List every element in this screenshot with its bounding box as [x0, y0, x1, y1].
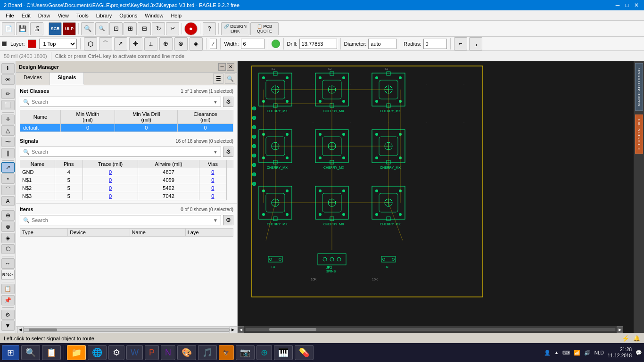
grid-toggle-icon[interactable] [2, 41, 7, 46]
stop-button[interactable]: ● [184, 22, 198, 35]
dm-zoom-button[interactable]: 🔍 [225, 74, 235, 84]
radius-input[interactable] [423, 39, 447, 49]
menu-options[interactable]: Options [116, 12, 141, 19]
print-button[interactable]: 🖨 [30, 22, 43, 35]
fan-tool[interactable]: ⋆ [1, 173, 15, 184]
layer-select[interactable]: 1 Top [39, 39, 77, 49]
sig-trace-gnd[interactable]: 0 [83, 168, 138, 176]
tab-devices[interactable]: Devices [16, 73, 50, 85]
sig-trace-n2[interactable]: 0 [83, 184, 138, 192]
via-tool[interactable]: ⊗ [1, 222, 15, 232]
spotify-button[interactable]: 🎵 [198, 345, 217, 360]
items-search-arrow[interactable]: ▼ [213, 218, 218, 223]
mirror-button[interactable]: ✂ [166, 22, 179, 35]
zoom-area-button[interactable]: ⊞ [124, 22, 137, 35]
dm-filter-button[interactable]: ☰ [213, 74, 223, 84]
ulp-button[interactable]: ULP [63, 22, 76, 35]
new-button[interactable]: 📄 [2, 22, 15, 35]
canvas-h-scroll[interactable]: ◀ ▶ [238, 326, 623, 333]
select-tool[interactable]: ⬜ [1, 100, 15, 110]
zoom-in-button[interactable]: 🔍 [81, 22, 94, 35]
settings-button[interactable]: ⚙ [108, 345, 124, 360]
script-button[interactable]: SCR [49, 22, 62, 35]
sig-trace-n1[interactable]: 0 [83, 176, 138, 184]
search-button[interactable]: 🔍 [21, 345, 40, 360]
info-tool[interactable]: ℹ [1, 63, 15, 74]
chrome-button[interactable]: 🌐 [88, 345, 107, 360]
menu-library[interactable]: Library [92, 12, 116, 19]
maximize-button[interactable]: □ [623, 1, 631, 9]
powerpoint-button[interactable]: P [145, 345, 159, 360]
start-button[interactable]: ⊞ [2, 345, 19, 360]
move-tool[interactable]: ✛ [1, 115, 15, 125]
wire-tool-7[interactable]: ⊗ [174, 37, 188, 50]
paint-button[interactable]: 🎨 [177, 345, 196, 360]
arduino-button[interactable]: ⊕ [256, 345, 272, 360]
rotate-button[interactable]: ↻ [152, 22, 165, 35]
zoom-out-button[interactable]: 🔍 [95, 22, 108, 35]
save-button[interactable]: 💾 [16, 22, 29, 35]
eagle-button[interactable]: 🦅 [219, 345, 234, 360]
dimension-tool[interactable]: ↔ [1, 258, 15, 269]
notification-icon[interactable]: 💬 [636, 350, 642, 356]
tab-signals[interactable]: Signals [50, 73, 84, 85]
pharma-button[interactable]: 💊 [295, 345, 314, 360]
keyboard-icon[interactable]: ⌨ [562, 350, 570, 356]
bus-tool[interactable]: ∥ [1, 148, 15, 158]
manufacturing-panel-tab[interactable]: MANUFACTURING [635, 63, 643, 111]
signals-settings-btn[interactable]: ⚙ [223, 147, 233, 157]
signals-search-arrow[interactable]: ▼ [213, 149, 218, 155]
table-row[interactable]: N$3 5 0 7042 0 [20, 192, 233, 200]
table-row[interactable]: GND 4 0 4807 0 [20, 168, 233, 176]
polygon-tool[interactable]: ⬡ [1, 244, 15, 255]
wire-tool-3[interactable]: ↗ [114, 37, 127, 50]
wire-route-tool[interactable]: 〜 [1, 137, 15, 147]
paste-tool[interactable]: 📌 [1, 295, 15, 305]
display-tool[interactable]: 👁 [1, 74, 15, 85]
signals-search-input[interactable] [32, 149, 213, 155]
arc-tool[interactable]: ⌒ [1, 185, 15, 195]
wire-tool-2[interactable]: ⌒ [99, 37, 112, 50]
dm-minimize[interactable]: ─ [218, 63, 226, 71]
network-icon[interactable]: 📶 [574, 350, 580, 356]
zoom-fit-button[interactable]: ⊡ [109, 22, 123, 35]
close-button[interactable]: ✕ [633, 1, 640, 9]
net-classes-search-input[interactable] [32, 99, 213, 105]
sig-vias-n3[interactable]: 0 [199, 192, 226, 200]
sig-trace-n3[interactable]: 0 [83, 192, 138, 200]
pcb-quote-button[interactable]: 📋 PCBQUOTE [250, 22, 279, 35]
pad-tool[interactable]: ◈ [1, 233, 15, 243]
help-button[interactable]: ? [203, 22, 216, 35]
menu-help[interactable]: Help [167, 12, 185, 19]
fusion360-panel-tab[interactable]: F FUSION 360 [635, 115, 643, 154]
pencil-tool[interactable]: ✏ [1, 89, 15, 99]
up-arrow-icon[interactable]: ▲ [554, 350, 559, 355]
dm-close[interactable]: ✕ [227, 63, 234, 71]
wire-tool-8[interactable]: ◈ [190, 37, 203, 50]
design-link-button[interactable]: 🔗 DESIGNLINK [221, 22, 249, 35]
signals-search-box[interactable]: 🔍 ▼ [20, 147, 221, 157]
width-input[interactable] [241, 39, 264, 49]
midi-button[interactable]: 🎹 [274, 345, 293, 360]
camera-button[interactable]: 📷 [236, 345, 255, 360]
canvas-scroll-left[interactable]: ◀ [238, 326, 244, 333]
menu-draw[interactable]: Draw [34, 12, 54, 19]
zoom-custom-button[interactable]: ⊟ [138, 22, 151, 35]
onenote-button[interactable]: N [161, 345, 175, 360]
menu-edit[interactable]: Edit [18, 12, 34, 19]
net-classes-search-box[interactable]: 🔍 ▼ [20, 97, 221, 107]
menu-view[interactable]: View [54, 12, 73, 19]
sig-vias-n2[interactable]: 0 [199, 184, 226, 192]
scroll-left-button[interactable]: ◀ [17, 327, 24, 333]
wire-tool-5[interactable]: ⟂ [144, 37, 157, 50]
minimize-button[interactable]: ─ [614, 1, 621, 9]
file-explorer-button[interactable]: 📁 [67, 345, 86, 360]
text-tool[interactable]: A [1, 196, 15, 206]
table-row[interactable]: N$2 5 0 5462 0 [20, 184, 233, 192]
menu-file[interactable]: File [2, 12, 18, 19]
items-search-box[interactable]: 🔍 ▼ [20, 215, 221, 225]
items-settings-btn[interactable]: ⚙ [223, 215, 233, 225]
corner-style-1[interactable]: ⌐ [454, 37, 467, 50]
people-icon[interactable]: 👤 [544, 350, 551, 356]
corner-style-2[interactable]: ⌟ [469, 37, 482, 50]
